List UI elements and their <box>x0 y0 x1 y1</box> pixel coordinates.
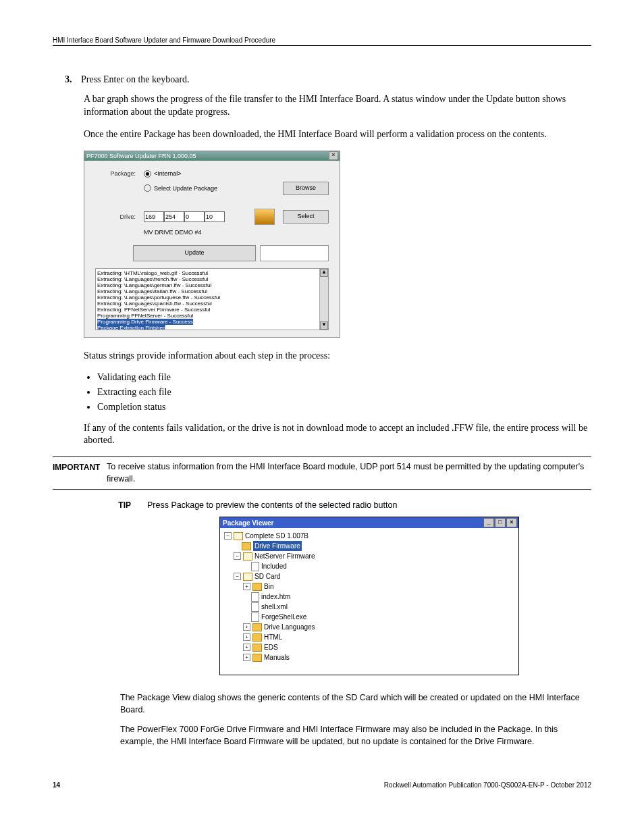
file-icon <box>251 602 259 612</box>
bullet-item: Completion status <box>97 402 591 413</box>
scrollbar[interactable]: ▲ ▼ <box>319 269 328 330</box>
important-callout: IMPORTANT To receive status information … <box>53 457 591 490</box>
folder-icon <box>252 633 262 642</box>
ip-octet-4[interactable] <box>205 211 225 222</box>
drive-icon <box>254 209 275 225</box>
maximize-icon[interactable]: □ <box>495 518 506 527</box>
tree-node[interactable]: Included <box>261 561 287 571</box>
drive-name: MV DRIVE DEMO #4 <box>144 229 202 236</box>
folder-icon <box>252 583 262 591</box>
package-tree[interactable]: −Complete SD 1.007B Drive Firmware −NetS… <box>220 528 518 675</box>
drive-label: Drive: <box>95 213 136 220</box>
minimize-icon[interactable]: _ <box>483 518 494 527</box>
expand-icon[interactable]: + <box>243 623 250 631</box>
close-icon[interactable]: × <box>329 151 338 160</box>
folder-icon <box>252 654 262 662</box>
software-updater-window: PF7000 Software Updater FRN 1.000.05 × P… <box>84 151 340 338</box>
paragraph: The Package View dialog shows the generi… <box>120 692 591 716</box>
log-line-highlight: Programming Drive Firmware - Success <box>97 319 193 325</box>
paragraph: If any of the contents fails validation,… <box>84 422 591 448</box>
log-line: Extracting: \Languages\italian.ffw - Suc… <box>97 288 319 294</box>
folder-icon <box>242 542 251 550</box>
step-text: Press Enter on the keyboard. <box>81 74 190 85</box>
tip-label: TIP <box>77 500 147 685</box>
tree-node[interactable]: SD Card <box>254 571 280 581</box>
update-button[interactable]: Update <box>133 245 256 261</box>
radio-select-package[interactable] <box>144 184 151 192</box>
tree-node[interactable]: NetServer Firmware <box>254 551 315 561</box>
expand-icon[interactable]: + <box>243 644 250 651</box>
tree-node[interactable]: Complete SD 1.007B <box>245 531 308 541</box>
important-label: IMPORTANT <box>53 461 107 485</box>
browse-button[interactable]: Browse <box>283 182 329 195</box>
log-line: Extracting: \Languages\french.ffw - Succ… <box>97 276 319 282</box>
ip-octet-3[interactable] <box>184 211 205 222</box>
file-icon <box>251 613 259 622</box>
paragraph: A bar graph shows the progress of the fi… <box>84 93 591 119</box>
folder-icon <box>243 573 252 581</box>
tree-node[interactable]: EDS <box>264 642 278 652</box>
log-line: Extracting: PFNetServer Firmware - Succe… <box>97 307 319 313</box>
radio-select-label: Select Update Package <box>154 185 217 192</box>
window-title: Package Viewer <box>223 519 273 527</box>
log-line: Programming PFNetServer - Successful <box>97 313 319 319</box>
select-button[interactable]: Select <box>283 210 329 224</box>
tree-node[interactable]: index.htm <box>261 592 290 602</box>
tip-text: Press Package to preview the contents of… <box>147 500 591 510</box>
file-icon <box>251 592 259 602</box>
package-label: Package: <box>95 170 136 177</box>
folder-icon <box>234 532 243 540</box>
log-line: Extracting: \HTML\ralogo_web.gif - Succe… <box>97 270 319 276</box>
folder-icon <box>243 552 252 561</box>
log-line: Extracting: \Languages\german.ffw - Succ… <box>97 282 319 288</box>
paragraph: Status strings provide information about… <box>84 350 591 363</box>
ip-octet-2[interactable] <box>164 211 184 222</box>
tree-node[interactable]: Bin <box>264 581 273 592</box>
scroll-down-icon[interactable]: ▼ <box>320 321 328 330</box>
folder-icon <box>252 644 262 652</box>
scroll-up-icon[interactable]: ▲ <box>320 269 328 277</box>
radio-internal-label: <Internal> <box>154 170 182 177</box>
expand-icon[interactable]: + <box>243 654 250 661</box>
tip-callout: TIP Press Package to preview the content… <box>53 500 591 685</box>
window-titlebar: PF7000 Software Updater FRN 1.000.05 × <box>84 151 340 161</box>
publication-info: Rockwell Automation Publication 7000-QS0… <box>384 781 591 789</box>
page-footer: 14 Rockwell Automation Publication 7000-… <box>53 781 591 789</box>
package-viewer-window: Package Viewer _ □ × −Complete SD 1.007B… <box>219 517 519 675</box>
step-number: 3. <box>65 74 74 85</box>
ip-octet-1[interactable] <box>144 211 164 222</box>
log-line: Extracting: \Languages\portuguese.ffw - … <box>97 294 319 301</box>
collapse-icon[interactable]: − <box>234 573 241 580</box>
log-line: Extracting: \Languages\spanish.ffw - Suc… <box>97 301 319 307</box>
collapse-icon[interactable]: − <box>234 552 241 560</box>
window-titlebar: Package Viewer _ □ × <box>220 517 518 528</box>
paragraph: Once the entire Package has been downloa… <box>84 128 591 141</box>
expand-icon[interactable]: + <box>243 633 250 641</box>
tree-node[interactable]: ForgeShell.exe <box>261 612 306 622</box>
running-header: HMI Interface Board Software Updater and… <box>53 36 591 46</box>
expand-icon[interactable]: + <box>243 583 250 590</box>
window-title: PF7000 Software Updater FRN 1.000.05 <box>86 153 196 159</box>
page-number: 14 <box>53 781 60 789</box>
bullet-item: Validating each file <box>97 372 591 383</box>
tree-node-selected[interactable]: Drive Firmware <box>253 541 302 551</box>
status-log: Extracting: \HTML\ralogo_web.gif - Succe… <box>95 268 329 330</box>
close-icon[interactable]: × <box>506 518 517 527</box>
radio-internal[interactable] <box>144 170 151 178</box>
tree-node[interactable]: Drive Languages <box>264 622 315 632</box>
paragraph: The PowerFlex 7000 ForGe Drive Firmware … <box>120 723 591 748</box>
important-text: To receive status information from the H… <box>107 461 591 485</box>
tree-node[interactable]: shell.xml <box>261 602 288 612</box>
log-line-highlight: Package Extraction Finished <box>97 325 165 330</box>
file-icon <box>251 562 259 571</box>
collapse-icon[interactable]: − <box>224 532 232 540</box>
progress-bar <box>260 245 329 261</box>
tree-node[interactable]: HTML <box>264 632 282 642</box>
tree-node[interactable]: Manuals <box>264 652 290 662</box>
bullet-item: Extracting each file <box>97 387 591 398</box>
folder-icon <box>252 623 262 631</box>
